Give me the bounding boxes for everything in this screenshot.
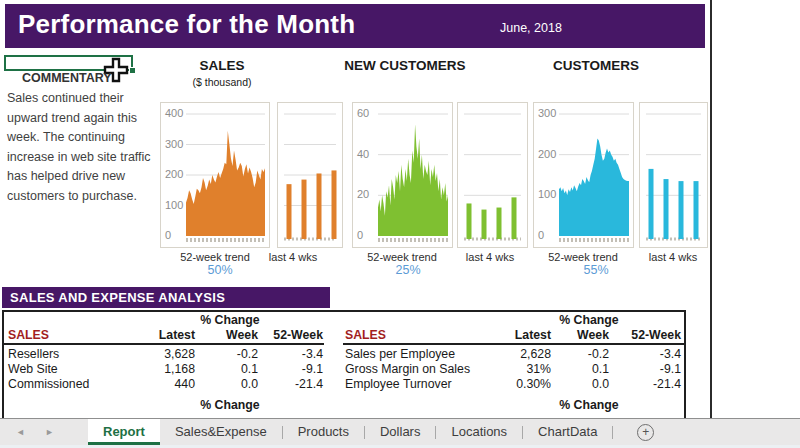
table-row: % Change % Change — [0, 313, 686, 328]
customers-last4-chart[interactable] — [639, 102, 708, 248]
fill-handle[interactable] — [129, 67, 136, 74]
new-sheet-button[interactable]: + — [637, 424, 654, 441]
table-row: Web Site 1,168 0.1 -9.1 Gross Margin on … — [0, 362, 686, 377]
row-label[interactable]: Resellers — [8, 347, 59, 361]
cell-latest[interactable]: 1,168 — [120, 362, 195, 376]
new-customers-percent-value[interactable]: 25% — [358, 263, 458, 278]
cell-week[interactable]: 0.0 — [206, 377, 258, 391]
customers-trend-chart[interactable]: 0100200300 — [533, 102, 634, 248]
tab-separator — [612, 426, 613, 439]
y-axis-tick-label: 20 — [357, 188, 369, 200]
bar — [287, 184, 292, 239]
cell-latest[interactable]: 0.30% — [475, 377, 551, 391]
cell-latest[interactable]: 2,628 — [475, 347, 551, 361]
sales-trend-chart[interactable]: 0100200300400 — [160, 102, 270, 248]
cell-52week[interactable]: -21.4 — [260, 377, 323, 391]
right-pct-change-footer[interactable]: % Change — [539, 398, 639, 412]
report-header-banner: Performance for the Month June, 2018 — [5, 4, 705, 48]
sales-last4-chart[interactable] — [277, 102, 343, 248]
right-section-label[interactable]: SALES — [345, 328, 386, 342]
row-label[interactable]: Sales per Employee — [345, 347, 455, 361]
table-header-row: SALES Latest Week 52-Week SALES Latest W… — [0, 328, 686, 343]
col-header-latest[interactable]: Latest — [120, 328, 195, 342]
sheet-tab-dollars[interactable]: Dollars — [365, 419, 435, 445]
right-pct-change-header[interactable]: % Change — [539, 313, 639, 327]
row-label[interactable]: Web Site — [8, 362, 58, 376]
cell-latest[interactable]: 440 — [120, 377, 195, 391]
y-axis-tick-label: 40 — [357, 148, 369, 160]
col-header-week[interactable]: Week — [206, 328, 258, 342]
customers-percent-value[interactable]: 55% — [546, 263, 646, 278]
col-header-52week[interactable]: 52-Week — [620, 328, 681, 342]
sheet-tab-report[interactable]: Report — [88, 419, 160, 445]
cell-week[interactable]: 0.0 — [557, 377, 609, 391]
cell-latest[interactable]: 3,628 — [120, 347, 195, 361]
row-label[interactable]: Employee Turnover — [345, 377, 452, 391]
left-pct-change-footer[interactable]: % Change — [180, 398, 280, 412]
commentary-text[interactable]: Sales continued their upward trend again… — [7, 89, 159, 206]
sheet-tab-chartdata[interactable]: ChartData — [523, 419, 612, 445]
y-axis-tick-label: 0 — [357, 229, 363, 241]
cell-week[interactable]: -0.2 — [557, 347, 609, 361]
bar — [679, 181, 684, 239]
table-row: % Change % Change — [0, 398, 686, 413]
col-header-week[interactable]: Week — [557, 328, 609, 342]
tab-scroll-right-icon[interactable]: ► — [45, 427, 54, 437]
cell-52week[interactable]: -3.4 — [260, 347, 323, 361]
section-banner-title: SALES AND EXPENSE ANALYSIS — [10, 287, 225, 308]
sheet-tab-bar: ◄ ► Report Sales&Expense Products Dollar… — [0, 418, 800, 448]
sales-chart-subtitle: ($ thousand) — [162, 76, 282, 89]
left-section-label[interactable]: SALES — [8, 328, 49, 342]
last4-bar-plot — [278, 103, 342, 247]
report-date: June, 2018 — [500, 21, 562, 35]
trend-area-plot — [534, 103, 633, 247]
y-axis-tick-label: 200 — [538, 148, 556, 160]
new-customers-last4-chart[interactable] — [457, 102, 528, 248]
row-label[interactable]: Commissioned — [8, 377, 89, 391]
y-axis-tick-label: 300 — [538, 107, 556, 119]
cell-52week[interactable]: -9.1 — [620, 362, 681, 376]
commentary-heading: COMMENTARY — [22, 71, 112, 85]
cell-52week[interactable]: -3.4 — [620, 347, 681, 361]
cell-week[interactable]: -0.2 — [206, 347, 258, 361]
new-customers-trend-chart[interactable]: 0204060 — [352, 102, 453, 248]
bar — [649, 169, 654, 239]
sheet-tab-products[interactable]: Products — [283, 419, 364, 445]
area-series — [378, 124, 448, 236]
new-customers-last4-label: last 4 wks — [450, 251, 530, 264]
bar — [332, 170, 337, 239]
page-title: Performance for the Month — [18, 9, 355, 40]
right-table-header-rule — [343, 343, 684, 345]
y-axis-tick-label: 200 — [165, 168, 183, 180]
col-header-52week[interactable]: 52-Week — [260, 328, 323, 342]
trend-area-plot — [353, 103, 452, 247]
cell-week[interactable]: 0.1 — [206, 362, 258, 376]
bar — [482, 210, 487, 239]
y-axis-tick-label: 0 — [165, 229, 171, 241]
spreadsheet-report-view: Performance for the Month June, 2018 COM… — [0, 0, 800, 448]
row-label[interactable]: Gross Margin on Sales — [345, 362, 470, 376]
bar — [512, 197, 517, 239]
sheet-tab-sales-expense[interactable]: Sales&Expense — [160, 419, 282, 445]
y-axis-tick-label: 100 — [538, 188, 556, 200]
sales-chart-title: SALES — [162, 58, 282, 74]
cell-latest[interactable]: 31% — [475, 362, 551, 376]
left-pct-change-header[interactable]: % Change — [180, 313, 280, 327]
col-header-latest[interactable]: Latest — [475, 328, 551, 342]
tab-scroll-left-icon[interactable]: ◄ — [16, 427, 25, 437]
sales-percent-value[interactable]: 50% — [170, 263, 270, 278]
table-row: Resellers 3,628 -0.2 -3.4 Sales per Empl… — [0, 347, 686, 362]
table-row: Commissioned 440 0.0 -21.4 Employee Turn… — [0, 377, 686, 392]
cell-week[interactable]: 0.1 — [557, 362, 609, 376]
bar — [664, 179, 669, 239]
bar — [694, 181, 699, 239]
bar — [467, 203, 472, 239]
sheet-tab-locations[interactable]: Locations — [436, 419, 522, 445]
table-border-top — [2, 310, 686, 312]
cell-52week[interactable]: -21.4 — [620, 377, 681, 391]
y-axis-tick-label: 300 — [165, 138, 183, 150]
y-axis-tick-label: 100 — [165, 199, 183, 211]
cell-52week[interactable]: -9.1 — [260, 362, 323, 376]
new-customers-chart-title: NEW CUSTOMERS — [335, 58, 475, 74]
bar — [497, 208, 502, 239]
